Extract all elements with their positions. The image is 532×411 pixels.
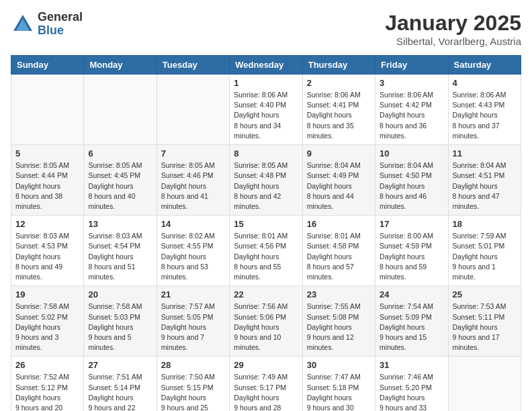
calendar-cell: 16Sunrise: 8:01 AMSunset: 4:58 PMDayligh…: [302, 216, 375, 286]
calendar-day-header: Wednesday: [230, 56, 302, 75]
location-title: Silbertal, Vorarlberg, Austria: [385, 36, 521, 47]
calendar-cell: 6Sunrise: 8:05 AMSunset: 4:45 PMDaylight…: [84, 145, 157, 216]
calendar-cell: 5Sunrise: 8:05 AMSunset: 4:44 PMDaylight…: [11, 145, 84, 216]
day-info: Sunrise: 8:04 AMSunset: 4:51 PMDaylight …: [453, 161, 517, 212]
day-info: Sunrise: 7:55 AMSunset: 5:08 PMDaylight …: [307, 302, 371, 353]
day-number: 6: [88, 148, 152, 158]
day-info: Sunrise: 7:50 AMSunset: 5:15 PMDaylight …: [161, 372, 225, 411]
calendar-day-header: Tuesday: [157, 56, 229, 75]
calendar-table: SundayMondayTuesdayWednesdayThursdayFrid…: [11, 55, 521, 411]
calendar-cell: 10Sunrise: 8:04 AMSunset: 4:50 PMDayligh…: [375, 145, 448, 216]
day-info: Sunrise: 8:03 AMSunset: 4:53 PMDaylight …: [15, 231, 79, 282]
day-number: 2: [307, 78, 371, 88]
day-number: 26: [15, 360, 79, 370]
logo: General Blue: [11, 11, 83, 38]
day-number: 3: [380, 78, 443, 88]
day-number: 22: [234, 289, 298, 300]
day-info: Sunrise: 8:01 AMSunset: 4:56 PMDaylight …: [234, 231, 298, 282]
day-number: 12: [15, 219, 79, 229]
calendar-cell: 12Sunrise: 8:03 AMSunset: 4:53 PMDayligh…: [11, 216, 84, 286]
calendar-cell: 25Sunrise: 7:53 AMSunset: 5:11 PMDayligh…: [448, 286, 521, 357]
day-info: Sunrise: 7:57 AMSunset: 5:05 PMDaylight …: [161, 302, 225, 353]
calendar-week-row: 12Sunrise: 8:03 AMSunset: 4:53 PMDayligh…: [11, 216, 521, 286]
calendar-cell: 11Sunrise: 8:04 AMSunset: 4:51 PMDayligh…: [448, 145, 521, 216]
day-info: Sunrise: 7:49 AMSunset: 5:17 PMDaylight …: [234, 372, 298, 411]
day-number: 20: [88, 289, 152, 300]
day-info: Sunrise: 8:00 AMSunset: 4:59 PMDaylight …: [380, 231, 443, 282]
day-number: 10: [380, 148, 443, 158]
day-info: Sunrise: 8:06 AMSunset: 4:40 PMDaylight …: [234, 90, 298, 141]
calendar-cell: 19Sunrise: 7:58 AMSunset: 5:02 PMDayligh…: [11, 286, 84, 357]
day-number: 7: [161, 148, 225, 158]
calendar-cell: 27Sunrise: 7:51 AMSunset: 5:14 PMDayligh…: [84, 357, 157, 411]
day-number: 23: [307, 289, 371, 300]
calendar-day-header: Sunday: [11, 56, 84, 75]
calendar-cell: 15Sunrise: 8:01 AMSunset: 4:56 PMDayligh…: [230, 216, 302, 286]
day-info: Sunrise: 8:03 AMSunset: 4:54 PMDaylight …: [88, 231, 152, 282]
calendar-day-header: Thursday: [302, 56, 375, 75]
calendar-cell: 24Sunrise: 7:54 AMSunset: 5:09 PMDayligh…: [375, 286, 448, 357]
calendar-cell: [84, 75, 157, 145]
day-info: Sunrise: 7:53 AMSunset: 5:11 PMDaylight …: [453, 302, 517, 353]
calendar-cell: 29Sunrise: 7:49 AMSunset: 5:17 PMDayligh…: [230, 357, 302, 411]
calendar-cell: 3Sunrise: 8:06 AMSunset: 4:42 PMDaylight…: [375, 75, 448, 145]
day-number: 29: [234, 360, 298, 370]
day-number: 14: [161, 219, 225, 229]
calendar-week-row: 19Sunrise: 7:58 AMSunset: 5:02 PMDayligh…: [11, 286, 521, 357]
month-title: January 2025: [385, 11, 521, 36]
day-info: Sunrise: 7:58 AMSunset: 5:02 PMDaylight …: [15, 302, 79, 353]
calendar-cell: 1Sunrise: 8:06 AMSunset: 4:40 PMDaylight…: [230, 75, 302, 145]
calendar-day-header: Monday: [84, 56, 157, 75]
calendar-cell: 9Sunrise: 8:04 AMSunset: 4:49 PMDaylight…: [302, 145, 375, 216]
day-number: 11: [453, 148, 517, 158]
calendar-cell: [11, 75, 84, 145]
logo-icon: [11, 12, 35, 36]
day-info: Sunrise: 7:56 AMSunset: 5:06 PMDaylight …: [234, 302, 298, 353]
calendar-cell: 4Sunrise: 8:06 AMSunset: 4:43 PMDaylight…: [448, 75, 521, 145]
calendar-cell: 30Sunrise: 7:47 AMSunset: 5:18 PMDayligh…: [302, 357, 375, 411]
logo-general-text: General: [38, 11, 83, 24]
day-info: Sunrise: 8:05 AMSunset: 4:45 PMDaylight …: [88, 161, 152, 212]
calendar-cell: 8Sunrise: 8:05 AMSunset: 4:48 PMDaylight…: [230, 145, 302, 216]
calendar-week-row: 26Sunrise: 7:52 AMSunset: 5:12 PMDayligh…: [11, 357, 521, 411]
day-number: 15: [234, 219, 298, 229]
day-number: 21: [161, 289, 225, 300]
day-info: Sunrise: 7:47 AMSunset: 5:18 PMDaylight …: [307, 372, 371, 411]
day-info: Sunrise: 8:02 AMSunset: 4:55 PMDaylight …: [161, 231, 225, 282]
day-info: Sunrise: 7:52 AMSunset: 5:12 PMDaylight …: [15, 372, 79, 411]
calendar-cell: 26Sunrise: 7:52 AMSunset: 5:12 PMDayligh…: [11, 357, 84, 411]
day-number: 5: [15, 148, 79, 158]
calendar-day-header: Friday: [375, 56, 448, 75]
day-number: 1: [234, 78, 298, 88]
logo-text: General Blue: [38, 11, 83, 38]
calendar-cell: 31Sunrise: 7:46 AMSunset: 5:20 PMDayligh…: [375, 357, 448, 411]
day-info: Sunrise: 8:01 AMSunset: 4:58 PMDaylight …: [307, 231, 371, 282]
day-number: 25: [453, 289, 517, 300]
calendar-week-row: 1Sunrise: 8:06 AMSunset: 4:40 PMDaylight…: [11, 75, 521, 145]
day-info: Sunrise: 7:46 AMSunset: 5:20 PMDaylight …: [380, 372, 443, 411]
day-number: 17: [380, 219, 443, 229]
calendar-cell: 22Sunrise: 7:56 AMSunset: 5:06 PMDayligh…: [230, 286, 302, 357]
day-number: 31: [380, 360, 443, 370]
calendar-day-header: Saturday: [448, 56, 521, 75]
day-info: Sunrise: 7:54 AMSunset: 5:09 PMDaylight …: [380, 302, 443, 353]
calendar-cell: 18Sunrise: 7:59 AMSunset: 5:01 PMDayligh…: [448, 216, 521, 286]
calendar-cell: 7Sunrise: 8:05 AMSunset: 4:46 PMDaylight…: [157, 145, 229, 216]
day-number: 4: [453, 78, 517, 88]
calendar-cell: 21Sunrise: 7:57 AMSunset: 5:05 PMDayligh…: [157, 286, 229, 357]
day-info: Sunrise: 8:06 AMSunset: 4:43 PMDaylight …: [453, 90, 517, 141]
day-info: Sunrise: 7:58 AMSunset: 5:03 PMDaylight …: [88, 302, 152, 353]
day-number: 24: [380, 289, 443, 300]
calendar-cell: 20Sunrise: 7:58 AMSunset: 5:03 PMDayligh…: [84, 286, 157, 357]
calendar-cell: 2Sunrise: 8:06 AMSunset: 4:41 PMDaylight…: [302, 75, 375, 145]
calendar-cell: [157, 75, 229, 145]
day-info: Sunrise: 8:05 AMSunset: 4:48 PMDaylight …: [234, 161, 298, 212]
day-number: 9: [307, 148, 371, 158]
day-number: 18: [453, 219, 517, 229]
day-info: Sunrise: 8:05 AMSunset: 4:46 PMDaylight …: [161, 161, 225, 212]
day-info: Sunrise: 8:06 AMSunset: 4:42 PMDaylight …: [380, 90, 443, 141]
day-number: 30: [307, 360, 371, 370]
day-info: Sunrise: 8:04 AMSunset: 4:50 PMDaylight …: [380, 161, 443, 212]
logo-blue-text: Blue: [38, 24, 83, 38]
day-info: Sunrise: 8:04 AMSunset: 4:49 PMDaylight …: [307, 161, 371, 212]
